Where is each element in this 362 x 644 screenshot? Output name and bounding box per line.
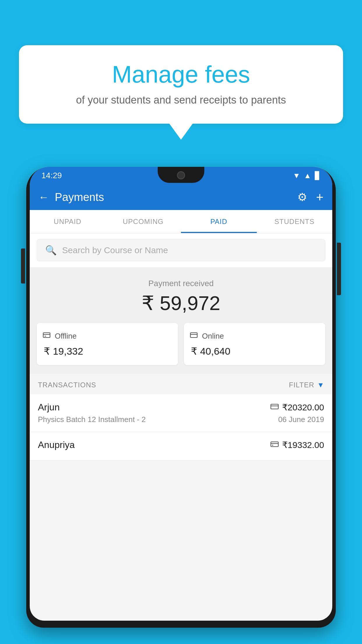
transactions-label: TRANSACTIONS — [38, 381, 96, 389]
search-bar[interactable]: 🔍 Search by Course or Name — [37, 239, 325, 261]
back-button[interactable]: ← — [38, 191, 49, 203]
offline-card-header: Offline — [43, 331, 172, 341]
notch-camera — [177, 171, 185, 179]
phone-screen: 14:29 ▼ ▲ ▊ ← Payments ⚙ + — [30, 167, 332, 621]
status-icons: ▼ ▲ ▊ — [293, 171, 321, 180]
phone-container: 14:29 ▼ ▲ ▊ ← Payments ⚙ + — [26, 163, 336, 644]
offline-icon — [43, 331, 51, 341]
tabs-container: UNPAID UPCOMING PAID STUDENTS — [30, 210, 332, 233]
phone-frame: 14:29 ▼ ▲ ▊ ← Payments ⚙ + — [26, 167, 336, 628]
transaction-type-icon — [270, 440, 279, 449]
header-left: ← Payments — [38, 191, 104, 204]
status-bar: 14:29 ▼ ▲ ▊ — [30, 167, 332, 184]
wifi-icon: ▼ — [293, 171, 301, 180]
transaction-description: Physics Batch 12 Installment - 2 — [38, 415, 146, 424]
tab-paid[interactable]: PAID — [181, 210, 257, 233]
transactions-header: TRANSACTIONS FILTER ▼ — [30, 374, 332, 394]
filter-icon: ▼ — [317, 381, 324, 389]
app-header: ← Payments ⚙ + — [30, 184, 332, 210]
online-amount: ₹ 40,640 — [190, 345, 319, 357]
payment-total-amount: ₹ 59,972 — [37, 292, 325, 315]
online-icon — [190, 331, 198, 341]
transaction-amount: ₹20320.00 — [282, 402, 324, 412]
tab-unpaid[interactable]: UNPAID — [30, 210, 106, 233]
search-placeholder: Search by Course or Name — [62, 245, 168, 255]
tab-upcoming[interactable]: UPCOMING — [106, 210, 181, 233]
speech-bubble-container: Manage fees of your students and send re… — [19, 45, 343, 140]
header-title: Payments — [55, 191, 104, 204]
online-payment-card: Online ₹ 40,640 — [184, 323, 325, 365]
online-label: Online — [202, 332, 224, 341]
payment-cards: Offline ₹ 19,332 Online — [37, 323, 325, 365]
svg-rect-7 — [271, 442, 278, 447]
transaction-amount-container: ₹19332.00 — [270, 440, 324, 450]
add-button[interactable]: + — [316, 190, 324, 204]
transaction-name: Anupriya — [38, 440, 75, 450]
online-card-header: Online — [190, 331, 319, 341]
notch — [158, 167, 204, 183]
transaction-amount: ₹19332.00 — [282, 440, 324, 450]
transaction-bottom: Physics Batch 12 Installment - 2 06 June… — [38, 415, 324, 424]
transaction-row[interactable]: Arjun ₹20320.00 Physics Batch 12 Install… — [30, 394, 332, 432]
transaction-top: Arjun ₹20320.00 — [38, 402, 324, 413]
speech-bubble-arrow — [169, 124, 193, 140]
header-right: ⚙ + — [297, 190, 324, 204]
speech-bubble: Manage fees of your students and send re… — [19, 45, 343, 124]
payment-received-label: Payment received — [37, 279, 325, 288]
signal-icon: ▲ — [304, 171, 311, 180]
svg-rect-5 — [271, 404, 278, 409]
filter-button[interactable]: FILTER ▼ — [289, 381, 324, 389]
offline-amount: ₹ 19,332 — [43, 345, 172, 357]
filter-label: FILTER — [289, 381, 314, 389]
battery-icon: ▊ — [315, 171, 321, 180]
transaction-date: 06 June 2019 — [278, 415, 324, 424]
svg-rect-3 — [190, 333, 197, 337]
search-icon: 🔍 — [45, 245, 57, 256]
speech-bubble-title: Manage fees — [36, 61, 326, 88]
transaction-amount-container: ₹20320.00 — [270, 402, 324, 412]
offline-payment-card: Offline ₹ 19,332 — [37, 323, 178, 365]
speech-bubble-subtitle: of your students and send receipts to pa… — [36, 94, 326, 106]
offline-label: Offline — [55, 332, 77, 341]
svg-rect-0 — [43, 333, 50, 337]
tab-students[interactable]: STUDENTS — [257, 210, 333, 233]
settings-button[interactable]: ⚙ — [297, 191, 307, 204]
transaction-row[interactable]: Anupriya ₹19332.00 — [30, 432, 332, 461]
transaction-top: Anupriya ₹19332.00 — [38, 440, 324, 450]
status-bar-time: 14:29 — [41, 171, 62, 180]
search-container: 🔍 Search by Course or Name — [30, 233, 332, 267]
transaction-name: Arjun — [38, 402, 60, 413]
transaction-type-icon — [270, 403, 279, 412]
payment-summary: Payment received ₹ 59,972 — [30, 267, 332, 374]
